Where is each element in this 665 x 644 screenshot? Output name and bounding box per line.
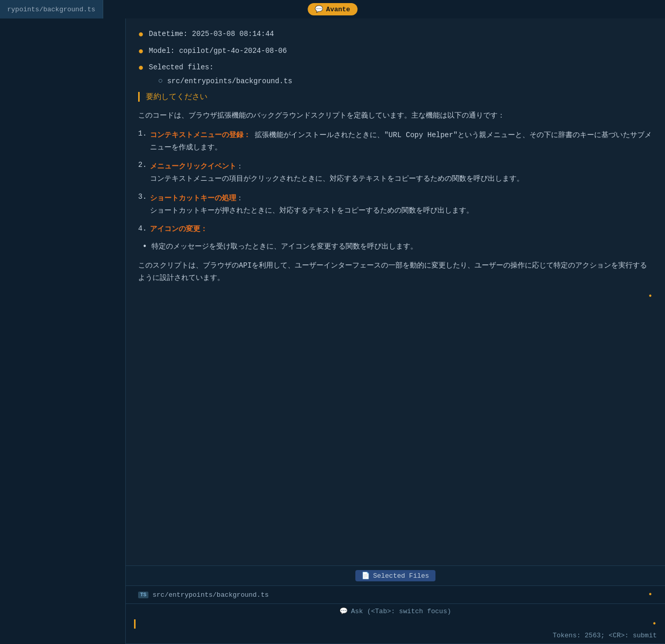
bullet-dot-model: ● [138, 46, 144, 58]
model-text: Model: copilot/gpt-4o-2024-08-06 [149, 46, 287, 56]
numbered-item-2: 2. メニュークリックイベント： コンテキストメニューの項目がクリックされたとき… [138, 161, 653, 185]
selected-files-meta-block: Selected files: ○ src/entrypoints/backgr… [149, 62, 292, 87]
input-hint-text: Ask (<Tab>: switch focus) [351, 608, 451, 615]
selected-files-bar: 📄 Selected Files [126, 566, 665, 586]
avante-icon: 💬 [315, 5, 323, 13]
main-area: ● Datetime: 2025-03-08 08:14:44 ● Model:… [0, 18, 665, 644]
item-3-desc: ショートカットキーが押されたときに、対応するテキストをコピーするための関数を呼び… [150, 206, 473, 215]
datetime-line: ● Datetime: 2025-03-08 08:14:44 [138, 29, 653, 41]
avante-label: Avante [326, 6, 350, 13]
datetime-label: Datetime: [149, 30, 188, 38]
datetime-value: 2025-03-08 08:14:44 [192, 30, 274, 38]
item-number-4: 4. [138, 224, 147, 234]
numbered-item-1: 1. コンテキストメニューの登録： 拡張機能がインストールされたときに、"URL… [138, 129, 653, 154]
selected-files-label: Selected Files [373, 572, 429, 580]
item-number-1: 1. [138, 129, 147, 154]
numbered-item-4: 4. アイコンの変更： [138, 224, 653, 234]
avante-button-container: 💬 Avante [166, 3, 499, 15]
selected-files-button[interactable]: 📄 Selected Files [355, 570, 435, 581]
bullet-item-row: • 特定のメッセージを受け取ったときに、アイコンを変更する関数を呼び出します。 [142, 241, 653, 253]
datetime-text: Datetime: 2025-03-08 08:14:44 [149, 29, 274, 40]
file-list-item: TS src/entrypoints/background.ts [138, 591, 269, 599]
model-value: copilot/gpt-4o-2024-08-06 [179, 47, 287, 55]
item-2-title: メニュークリックイベント [150, 162, 236, 171]
file-ext-badge: TS [138, 592, 148, 598]
item-4-bullet-desc: 特定のメッセージを受け取ったときに、アイコンを変更する関数を呼び出します。 [151, 241, 417, 253]
chat-scroll[interactable]: ● Datetime: 2025-03-08 08:14:44 ● Model:… [126, 18, 665, 565]
chat-area: ● Datetime: 2025-03-08 08:14:44 ● Model:… [126, 18, 665, 644]
file-path-value: src/entrypoints/background.ts [167, 77, 292, 85]
input-hint-icon: 💬 [339, 607, 348, 615]
file-tab[interactable]: rypoints/background.ts [0, 0, 103, 18]
item-1-content: コンテキストメニューの登録： 拡張機能がインストールされたときに、"URL Co… [150, 129, 653, 154]
item-2-desc: コンテキストメニューの項目がクリックされたときに、対応するテキストをコピーするた… [150, 175, 524, 183]
file-list-dot: • [648, 590, 653, 599]
bullet-dot-files: ● [138, 63, 144, 74]
bullet-dot-datetime: ● [138, 29, 144, 41]
file-list-path: src/entrypoints/background.ts [153, 591, 269, 599]
item-4-title: アイコンの変更 [150, 225, 200, 233]
top-bar: rypoints/background.ts 💬 Avante [0, 0, 665, 18]
response-closing: このスクリプトは、ブラウザのAPIを利用して、ユーザーインターフェースの一部を動… [138, 260, 653, 285]
trailing-dot-area: • [138, 292, 653, 301]
avante-button[interactable]: 💬 Avante [308, 3, 357, 15]
input-bar: 💬 Ask (<Tab>: switch focus) • Tokens: 25… [126, 604, 665, 644]
token-info: Tokens: 2563; <CR>: submit [134, 631, 657, 642]
input-hint: 💬 Ask (<Tab>: switch focus) [134, 607, 657, 615]
left-sidebar [0, 18, 126, 644]
input-row: • [134, 617, 657, 631]
input-row-dot: • [652, 619, 657, 629]
selected-files-meta-line: ● Selected files: ○ src/entrypoints/back… [138, 62, 653, 87]
user-question-text: 要約してください [146, 93, 207, 102]
trailing-dot: • [648, 292, 653, 301]
item-number-2: 2. [138, 161, 147, 185]
item-2-content: メニュークリックイベント： コンテキストメニューの項目がクリックされたときに、対… [150, 161, 524, 185]
input-cursor [134, 619, 136, 629]
selected-files-icon: 📄 [362, 572, 370, 580]
model-label: Model: [149, 47, 175, 55]
item-4-content: アイコンの変更： [150, 224, 207, 234]
model-line: ● Model: copilot/gpt-4o-2024-08-06 [138, 46, 653, 58]
file-path-row: ○ src/entrypoints/background.ts [149, 75, 292, 87]
selected-files-list: TS src/entrypoints/background.ts • [126, 586, 665, 604]
input-field[interactable] [140, 619, 648, 629]
item-1-title: コンテキストメニューの登録 [150, 131, 243, 139]
user-question-block: 要約してください [138, 92, 653, 102]
numbered-item-3: 3. ショートカットキーの処理： ショートカットキーが押されたときに、対応するテ… [138, 193, 653, 217]
selected-files-label: Selected files: [149, 62, 292, 73]
item-number-3: 3. [138, 193, 147, 217]
bullet-circle-file: ○ [158, 76, 163, 87]
item-3-content: ショートカットキーの処理： ショートカットキーが押されたときに、対応するテキスト… [150, 193, 473, 217]
response-intro: このコードは、ブラウザ拡張機能のバックグラウンドスクリプトを定義しています。主な… [138, 110, 653, 122]
bullet-disc: • [142, 242, 147, 251]
bottom-section: 📄 Selected Files TS src/entrypoints/back… [126, 565, 665, 644]
item-3-title: ショートカットキーの処理 [150, 194, 236, 202]
file-tab-label: rypoints/background.ts [7, 6, 96, 13]
